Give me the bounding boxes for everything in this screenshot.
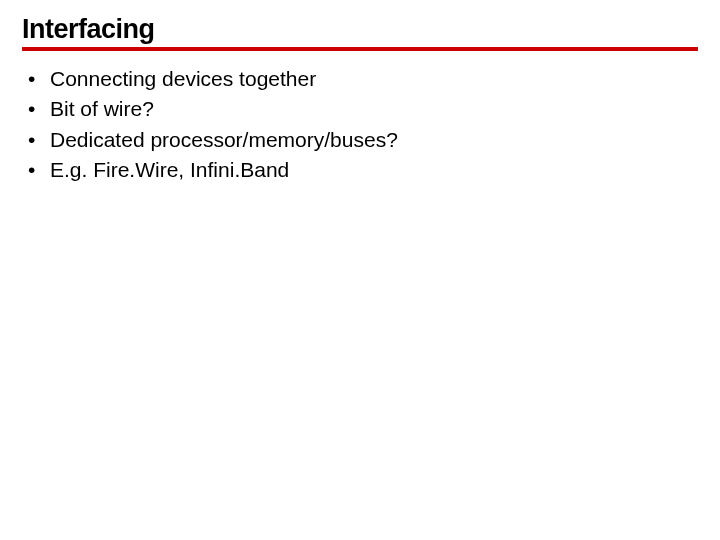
bullet-icon: • xyxy=(28,156,50,184)
bullet-icon: • xyxy=(28,65,50,93)
slide-title: Interfacing xyxy=(22,14,698,45)
title-block: Interfacing xyxy=(22,14,698,51)
list-item: • Bit of wire? xyxy=(28,95,698,123)
list-item: • E.g. Fire.Wire, Infini.Band xyxy=(28,156,698,184)
list-item: • Dedicated processor/memory/buses? xyxy=(28,126,698,154)
bullet-icon: • xyxy=(28,126,50,154)
slide: Interfacing • Connecting devices togethe… xyxy=(0,0,720,540)
bullet-list: • Connecting devices together • Bit of w… xyxy=(22,65,698,184)
bullet-text: Bit of wire? xyxy=(50,95,698,123)
list-item: • Connecting devices together xyxy=(28,65,698,93)
bullet-text: E.g. Fire.Wire, Infini.Band xyxy=(50,156,698,184)
bullet-text: Dedicated processor/memory/buses? xyxy=(50,126,698,154)
bullet-text: Connecting devices together xyxy=(50,65,698,93)
bullet-icon: • xyxy=(28,95,50,123)
